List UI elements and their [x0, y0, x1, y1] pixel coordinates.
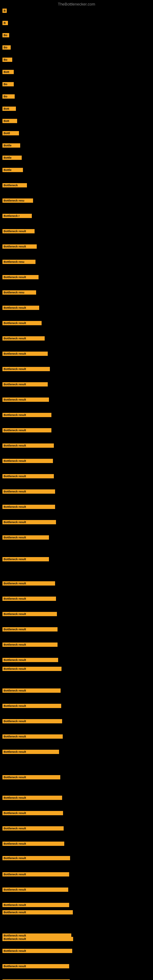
bar-item-50: Bottleneck result	[2, 734, 63, 740]
bar-label-61: Bottleneck result	[2, 910, 73, 915]
bar-label-11: Bottl	[2, 131, 19, 135]
bar-label-27: Bottleneck result	[2, 367, 50, 371]
bar-label-8: Bo	[2, 94, 15, 99]
bar-item-43: Bottleneck result	[2, 627, 57, 633]
bar-label-32: Bottleneck result	[2, 444, 54, 448]
bar-item-57: Bottleneck result	[2, 856, 70, 861]
bar-item-4: Bo	[2, 45, 11, 51]
bar-label-9: Bott	[2, 107, 16, 111]
bar-label-41: Bottleneck result	[2, 597, 56, 601]
bar-label-25: Bottleneck result	[2, 336, 45, 340]
bar-item-65: Bottleneck result	[2, 964, 69, 970]
bar-item-39: Bottleneck result	[2, 557, 49, 563]
bar-label-23: Bottleneck result	[2, 305, 39, 310]
bar-item-45: Bottleneck result	[2, 658, 58, 663]
bar-label-28: Bottleneck result	[2, 382, 48, 387]
bar-item-24: Bottleneck result	[2, 321, 41, 326]
bar-item-19: Bottleneck result	[2, 244, 37, 250]
bar-item-48: Bottleneck result	[2, 704, 61, 709]
bar-item-31: Bottleneck result	[2, 428, 51, 434]
bar-label-18: Bottleneck result	[2, 229, 35, 233]
bar-label-38: Bottleneck result	[2, 535, 49, 539]
bar-item-18: Bottleneck result	[2, 229, 35, 235]
bar-label-37: Bottleneck result	[2, 520, 56, 524]
bar-item-26: Bottleneck result	[2, 352, 48, 357]
bar-item-2: B	[2, 21, 8, 26]
bar-label-7: Bo	[2, 82, 14, 86]
bar-item-56: Bottleneck result	[2, 842, 64, 847]
bar-label-30: Bottleneck result	[2, 413, 51, 417]
bar-item-36: Bottleneck result	[2, 505, 55, 510]
bar-item-33: Bottleneck result	[2, 459, 53, 464]
bar-item-60: Bottleneck result	[2, 903, 69, 908]
bar-label-35: Bottleneck result	[2, 489, 55, 494]
bar-item-1: B	[2, 9, 7, 14]
bar-label-29: Bottleneck result	[2, 398, 49, 402]
bar-item-47: Bottleneck result	[2, 689, 61, 694]
bar-item-64: Bottleneck result	[2, 949, 72, 954]
bar-label-52: Bottleneck result	[2, 775, 60, 780]
bar-label-50: Bottleneck result	[2, 734, 63, 739]
bar-label-26: Bottleneck result	[2, 352, 48, 356]
bar-label-40: Bottleneck result	[2, 581, 55, 585]
bar-item-20: Bottleneck resu	[2, 260, 35, 265]
bar-item-14: Bottle	[2, 168, 23, 173]
bar-item-61: Bottleneck result	[2, 910, 73, 916]
bar-item-58: Bottleneck result	[2, 872, 69, 878]
bar-label-47: Bottleneck result	[2, 689, 61, 693]
bar-item-28: Bottleneck result	[2, 382, 48, 388]
bar-label-10: Bott	[2, 119, 17, 123]
bar-label-15: Bottleneck	[2, 183, 27, 188]
bar-label-63: Bottleneck result	[2, 937, 73, 941]
bar-label-49: Bottleneck result	[2, 719, 62, 723]
bar-label-43: Bottleneck result	[2, 627, 57, 632]
bar-item-3: Bo	[2, 33, 9, 38]
bar-label-42: Bottleneck result	[2, 612, 57, 616]
bar-item-16: Bottleneck resu	[2, 199, 33, 204]
bar-label-1: B	[2, 9, 7, 13]
bar-label-55: Bottleneck result	[2, 826, 64, 830]
bar-item-34: Bottleneck result	[2, 474, 54, 480]
bar-item-8: Bo	[2, 94, 15, 100]
bar-item-38: Bottleneck result	[2, 535, 49, 541]
bar-item-42: Bottleneck result	[2, 612, 57, 617]
bar-item-25: Bottleneck result	[2, 336, 45, 342]
bar-item-7: Bo	[2, 82, 14, 88]
bar-item-55: Bottleneck result	[2, 826, 64, 832]
bar-label-64: Bottleneck result	[2, 949, 72, 953]
bar-label-54: Bottleneck result	[2, 811, 63, 815]
bar-label-31: Bottleneck result	[2, 428, 51, 433]
bar-item-40: Bottleneck result	[2, 581, 55, 587]
bar-label-16: Bottleneck resu	[2, 199, 33, 203]
bar-label-65: Bottleneck result	[2, 964, 69, 968]
bar-label-12: Bottle	[2, 143, 20, 148]
bar-item-10: Bott	[2, 119, 17, 124]
bar-label-22: Bottleneck resu	[2, 290, 36, 294]
bar-item-5: Bo	[2, 57, 12, 63]
bar-item-59: Bottleneck result	[2, 888, 68, 893]
bar-label-24: Bottleneck result	[2, 321, 41, 325]
bar-item-13: Bottle	[2, 156, 22, 161]
bar-item-54: Bottleneck result	[2, 811, 63, 816]
bar-item-21: Bottleneck result	[2, 275, 38, 280]
bar-item-27: Bottleneck result	[2, 367, 50, 372]
bar-item-12: Bottle	[2, 143, 20, 149]
bar-item-6: Bott	[2, 70, 14, 75]
bar-item-32: Bottleneck result	[2, 444, 54, 449]
bar-label-45: Bottleneck result	[2, 658, 58, 662]
bar-label-2: B	[2, 21, 8, 25]
bar-label-59: Bottleneck result	[2, 888, 68, 892]
bar-label-17: Bottleneck r	[2, 214, 32, 218]
bar-label-5: Bo	[2, 57, 12, 62]
bar-label-34: Bottleneck result	[2, 474, 54, 478]
bar-item-51: Bottleneck result	[2, 750, 59, 755]
bar-label-46: Bottleneck result	[2, 667, 62, 671]
bar-item-53: Bottleneck result	[2, 795, 62, 801]
bar-label-39: Bottleneck result	[2, 557, 49, 562]
bar-label-14: Bottle	[2, 168, 23, 172]
bar-item-49: Bottleneck result	[2, 719, 62, 725]
bar-label-3: Bo	[2, 33, 9, 37]
bar-item-17: Bottleneck r	[2, 214, 32, 219]
bar-label-60: Bottleneck result	[2, 903, 69, 907]
bar-item-23: Bottleneck result	[2, 305, 39, 311]
